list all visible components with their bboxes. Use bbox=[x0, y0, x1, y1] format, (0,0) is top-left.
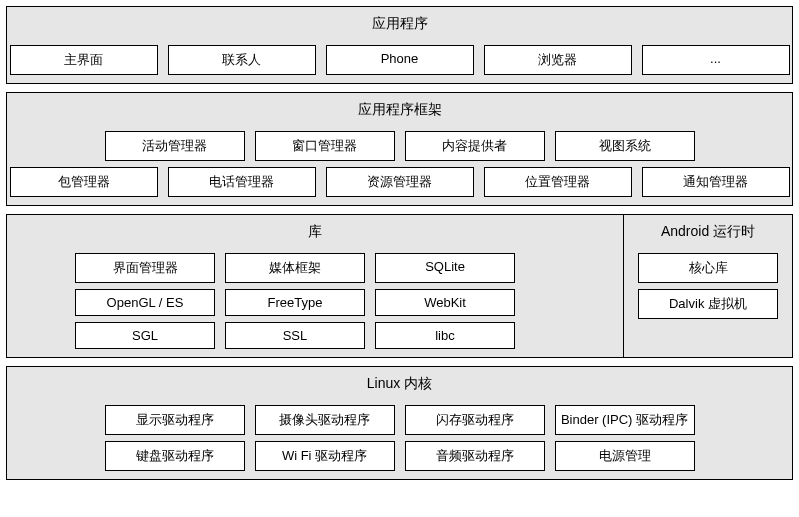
kernel-box: 显示驱动程序 bbox=[105, 405, 245, 435]
runtime-box: Dalvik 虚拟机 bbox=[638, 289, 778, 319]
framework-box: 视图系统 bbox=[555, 131, 695, 161]
kernel-row2: 键盘驱动程序 Wi Fi 驱动程序 音频驱动程序 电源管理 bbox=[15, 441, 784, 471]
lib-box: SQLite bbox=[375, 253, 515, 283]
libs-runtime-split: 库 界面管理器 媒体框架 SQLite OpenGL / ES FreeType… bbox=[6, 214, 793, 358]
lib-box: WebKit bbox=[375, 289, 515, 316]
lib-box: OpenGL / ES bbox=[75, 289, 215, 316]
libraries-row2: OpenGL / ES FreeType WebKit bbox=[15, 289, 615, 316]
kernel-box: 闪存驱动程序 bbox=[405, 405, 545, 435]
framework-box: 位置管理器 bbox=[484, 167, 632, 197]
applications-layer: 应用程序 主界面 联系人 Phone 浏览器 ... bbox=[6, 6, 793, 84]
framework-layer: 应用程序框架 活动管理器 窗口管理器 内容提供者 视图系统 包管理器 电话管理器… bbox=[6, 92, 793, 206]
lib-box: FreeType bbox=[225, 289, 365, 316]
kernel-box: Wi Fi 驱动程序 bbox=[255, 441, 395, 471]
libraries-row1: 界面管理器 媒体框架 SQLite bbox=[15, 253, 615, 283]
runtime-layer: Android 运行时 核心库 Dalvik 虚拟机 bbox=[623, 214, 793, 358]
applications-title: 应用程序 bbox=[15, 13, 784, 39]
app-box: 浏览器 bbox=[484, 45, 632, 75]
kernel-title: Linux 内核 bbox=[15, 373, 784, 399]
framework-title: 应用程序框架 bbox=[15, 99, 784, 125]
framework-box: 内容提供者 bbox=[405, 131, 545, 161]
lib-box: 媒体框架 bbox=[225, 253, 365, 283]
framework-box: 包管理器 bbox=[10, 167, 158, 197]
libraries-title: 库 bbox=[15, 221, 615, 247]
framework-row2: 包管理器 电话管理器 资源管理器 位置管理器 通知管理器 bbox=[15, 167, 784, 197]
kernel-box: 电源管理 bbox=[555, 441, 695, 471]
applications-row: 主界面 联系人 Phone 浏览器 ... bbox=[15, 45, 784, 75]
kernel-row1: 显示驱动程序 摄像头驱动程序 闪存驱动程序 Binder (IPC) 驱动程序 bbox=[15, 405, 784, 435]
framework-box: 资源管理器 bbox=[326, 167, 474, 197]
runtime-title: Android 运行时 bbox=[632, 221, 784, 247]
framework-box: 通知管理器 bbox=[642, 167, 790, 197]
lib-box: libc bbox=[375, 322, 515, 349]
framework-box: 电话管理器 bbox=[168, 167, 316, 197]
kernel-layer: Linux 内核 显示驱动程序 摄像头驱动程序 闪存驱动程序 Binder (I… bbox=[6, 366, 793, 480]
app-box: Phone bbox=[326, 45, 474, 75]
app-box: 联系人 bbox=[168, 45, 316, 75]
framework-row1: 活动管理器 窗口管理器 内容提供者 视图系统 bbox=[15, 131, 784, 161]
lib-box: SGL bbox=[75, 322, 215, 349]
kernel-box: Binder (IPC) 驱动程序 bbox=[555, 405, 695, 435]
framework-box: 窗口管理器 bbox=[255, 131, 395, 161]
lib-box: SSL bbox=[225, 322, 365, 349]
libraries-row3: SGL SSL libc bbox=[15, 322, 615, 349]
kernel-box: 摄像头驱动程序 bbox=[255, 405, 395, 435]
framework-box: 活动管理器 bbox=[105, 131, 245, 161]
runtime-row1: 核心库 bbox=[632, 253, 784, 283]
app-box: ... bbox=[642, 45, 790, 75]
kernel-box: 键盘驱动程序 bbox=[105, 441, 245, 471]
runtime-row2: Dalvik 虚拟机 bbox=[632, 289, 784, 319]
kernel-box: 音频驱动程序 bbox=[405, 441, 545, 471]
app-box: 主界面 bbox=[10, 45, 158, 75]
libraries-layer: 库 界面管理器 媒体框架 SQLite OpenGL / ES FreeType… bbox=[6, 214, 623, 358]
runtime-box: 核心库 bbox=[638, 253, 778, 283]
lib-box: 界面管理器 bbox=[75, 253, 215, 283]
